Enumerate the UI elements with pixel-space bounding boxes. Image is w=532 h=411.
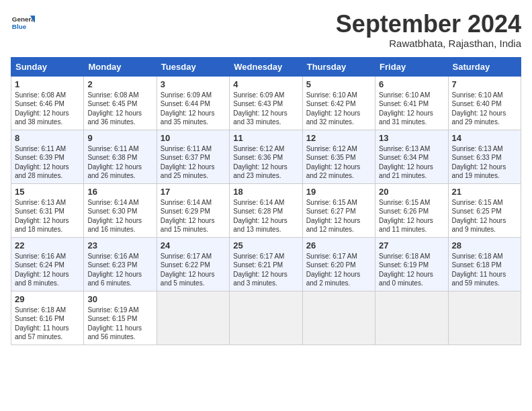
table-row bbox=[302, 291, 375, 345]
day-number: 11 bbox=[233, 133, 298, 143]
calendar-row: 22Sunrise: 6:16 AMSunset: 6:24 PMDayligh… bbox=[11, 237, 521, 291]
header-row: Sunday Monday Tuesday Wednesday Thursday… bbox=[11, 57, 521, 76]
page-header: General Blue September 2024 Rawatbhata, … bbox=[11, 11, 521, 49]
cell-info: Sunrise: 6:14 AMSunset: 6:30 PMDaylight:… bbox=[87, 199, 142, 234]
cell-info: Sunrise: 6:12 AMSunset: 6:35 PMDaylight:… bbox=[306, 145, 361, 180]
cell-info: Sunrise: 6:11 AMSunset: 6:38 PMDaylight:… bbox=[87, 145, 142, 180]
day-number: 26 bbox=[306, 240, 371, 250]
cell-info: Sunrise: 6:16 AMSunset: 6:24 PMDaylight:… bbox=[15, 253, 69, 287]
location-subtitle: Rawatbhata, Rajasthan, India bbox=[336, 38, 521, 49]
table-row: 14Sunrise: 6:13 AMSunset: 6:33 PMDayligh… bbox=[448, 130, 521, 183]
table-row: 7Sunrise: 6:10 AMSunset: 6:40 PMDaylight… bbox=[448, 76, 521, 130]
table-row: 10Sunrise: 6:11 AMSunset: 6:37 PMDayligh… bbox=[157, 130, 229, 183]
table-row bbox=[448, 291, 521, 345]
day-number: 16 bbox=[87, 187, 152, 197]
table-row: 18Sunrise: 6:14 AMSunset: 6:28 PMDayligh… bbox=[230, 183, 302, 237]
table-row: 4Sunrise: 6:09 AMSunset: 6:43 PMDaylight… bbox=[230, 76, 302, 130]
cell-info: Sunrise: 6:19 AMSunset: 6:15 PMDaylight:… bbox=[87, 306, 142, 341]
calendar-row: 29Sunrise: 6:18 AMSunset: 6:16 PMDayligh… bbox=[11, 291, 521, 345]
table-row: 26Sunrise: 6:17 AMSunset: 6:20 PMDayligh… bbox=[302, 237, 375, 291]
calendar-row: 15Sunrise: 6:13 AMSunset: 6:31 PMDayligh… bbox=[11, 183, 521, 237]
cell-info: Sunrise: 6:18 AMSunset: 6:18 PMDaylight:… bbox=[452, 253, 506, 287]
table-row: 1Sunrise: 6:08 AMSunset: 6:46 PMDaylight… bbox=[11, 76, 84, 130]
table-row: 20Sunrise: 6:15 AMSunset: 6:26 PMDayligh… bbox=[375, 183, 448, 237]
table-row: 24Sunrise: 6:17 AMSunset: 6:22 PMDayligh… bbox=[157, 237, 229, 291]
calendar-table: Sunday Monday Tuesday Wednesday Thursday… bbox=[11, 57, 521, 345]
table-row: 25Sunrise: 6:17 AMSunset: 6:21 PMDayligh… bbox=[230, 237, 302, 291]
cell-info: Sunrise: 6:13 AMSunset: 6:31 PMDaylight:… bbox=[15, 199, 69, 234]
table-row: 13Sunrise: 6:13 AMSunset: 6:34 PMDayligh… bbox=[375, 130, 448, 183]
table-row: 27Sunrise: 6:18 AMSunset: 6:19 PMDayligh… bbox=[375, 237, 448, 291]
day-number: 1 bbox=[15, 79, 80, 89]
day-number: 15 bbox=[15, 187, 80, 197]
table-row: 30Sunrise: 6:19 AMSunset: 6:15 PMDayligh… bbox=[84, 291, 157, 345]
table-row bbox=[230, 291, 302, 345]
day-number: 4 bbox=[233, 79, 298, 89]
col-wednesday: Wednesday bbox=[230, 57, 302, 76]
title-block: September 2024 Rawatbhata, Rajasthan, In… bbox=[336, 11, 521, 49]
day-number: 12 bbox=[306, 133, 371, 143]
day-number: 8 bbox=[15, 133, 80, 143]
col-saturday: Saturday bbox=[448, 57, 521, 76]
calendar-row: 1Sunrise: 6:08 AMSunset: 6:46 PMDaylight… bbox=[11, 76, 521, 130]
cell-info: Sunrise: 6:15 AMSunset: 6:25 PMDaylight:… bbox=[452, 199, 506, 234]
day-number: 13 bbox=[379, 133, 444, 143]
table-row: 29Sunrise: 6:18 AMSunset: 6:16 PMDayligh… bbox=[11, 291, 84, 345]
col-monday: Monday bbox=[84, 57, 157, 76]
day-number: 24 bbox=[161, 240, 226, 250]
svg-text:Blue: Blue bbox=[12, 23, 27, 30]
col-thursday: Thursday bbox=[302, 57, 375, 76]
table-row: 2Sunrise: 6:08 AMSunset: 6:45 PMDaylight… bbox=[84, 76, 157, 130]
table-row: 15Sunrise: 6:13 AMSunset: 6:31 PMDayligh… bbox=[11, 183, 84, 237]
cell-info: Sunrise: 6:15 AMSunset: 6:27 PMDaylight:… bbox=[306, 199, 361, 234]
cell-info: Sunrise: 6:15 AMSunset: 6:26 PMDaylight:… bbox=[379, 199, 433, 234]
table-row: 11Sunrise: 6:12 AMSunset: 6:36 PMDayligh… bbox=[230, 130, 302, 183]
day-number: 18 bbox=[233, 187, 298, 197]
table-row: 8Sunrise: 6:11 AMSunset: 6:39 PMDaylight… bbox=[11, 130, 84, 183]
col-sunday: Sunday bbox=[11, 57, 84, 76]
day-number: 6 bbox=[379, 79, 444, 89]
table-row: 28Sunrise: 6:18 AMSunset: 6:18 PMDayligh… bbox=[448, 237, 521, 291]
cell-info: Sunrise: 6:09 AMSunset: 6:43 PMDaylight:… bbox=[233, 91, 287, 126]
day-number: 19 bbox=[306, 187, 371, 197]
table-row bbox=[375, 291, 448, 345]
cell-info: Sunrise: 6:10 AMSunset: 6:40 PMDaylight:… bbox=[452, 91, 506, 126]
day-number: 27 bbox=[379, 240, 444, 250]
day-number: 17 bbox=[161, 187, 226, 197]
day-number: 22 bbox=[15, 240, 80, 250]
day-number: 28 bbox=[452, 240, 517, 250]
col-tuesday: Tuesday bbox=[157, 57, 229, 76]
cell-info: Sunrise: 6:10 AMSunset: 6:42 PMDaylight:… bbox=[306, 91, 361, 126]
cell-info: Sunrise: 6:14 AMSunset: 6:28 PMDaylight:… bbox=[233, 199, 287, 234]
calendar-row: 8Sunrise: 6:11 AMSunset: 6:39 PMDaylight… bbox=[11, 130, 521, 183]
day-number: 23 bbox=[87, 240, 152, 250]
cell-info: Sunrise: 6:12 AMSunset: 6:36 PMDaylight:… bbox=[233, 145, 287, 180]
cell-info: Sunrise: 6:11 AMSunset: 6:39 PMDaylight:… bbox=[15, 145, 69, 180]
cell-info: Sunrise: 6:08 AMSunset: 6:46 PMDaylight:… bbox=[15, 91, 69, 126]
table-row: 5Sunrise: 6:10 AMSunset: 6:42 PMDaylight… bbox=[302, 76, 375, 130]
day-number: 30 bbox=[87, 294, 152, 304]
table-row: 22Sunrise: 6:16 AMSunset: 6:24 PMDayligh… bbox=[11, 237, 84, 291]
table-row: 19Sunrise: 6:15 AMSunset: 6:27 PMDayligh… bbox=[302, 183, 375, 237]
cell-info: Sunrise: 6:13 AMSunset: 6:33 PMDaylight:… bbox=[452, 145, 506, 180]
day-number: 21 bbox=[452, 187, 517, 197]
logo: General Blue bbox=[11, 11, 35, 35]
cell-info: Sunrise: 6:17 AMSunset: 6:20 PMDaylight:… bbox=[306, 253, 361, 287]
cell-info: Sunrise: 6:17 AMSunset: 6:21 PMDaylight:… bbox=[233, 253, 287, 287]
month-title: September 2024 bbox=[336, 11, 521, 38]
day-number: 20 bbox=[379, 187, 444, 197]
table-row bbox=[157, 291, 229, 345]
table-row: 3Sunrise: 6:09 AMSunset: 6:44 PMDaylight… bbox=[157, 76, 229, 130]
day-number: 25 bbox=[233, 240, 298, 250]
day-number: 9 bbox=[87, 133, 152, 143]
day-number: 10 bbox=[161, 133, 226, 143]
day-number: 14 bbox=[452, 133, 517, 143]
table-row: 6Sunrise: 6:10 AMSunset: 6:41 PMDaylight… bbox=[375, 76, 448, 130]
table-row: 23Sunrise: 6:16 AMSunset: 6:23 PMDayligh… bbox=[84, 237, 157, 291]
day-number: 2 bbox=[87, 79, 152, 89]
cell-info: Sunrise: 6:18 AMSunset: 6:16 PMDaylight:… bbox=[15, 306, 69, 341]
cell-info: Sunrise: 6:09 AMSunset: 6:44 PMDaylight:… bbox=[161, 91, 215, 126]
cell-info: Sunrise: 6:18 AMSunset: 6:19 PMDaylight:… bbox=[379, 253, 433, 287]
table-row: 21Sunrise: 6:15 AMSunset: 6:25 PMDayligh… bbox=[448, 183, 521, 237]
table-row: 12Sunrise: 6:12 AMSunset: 6:35 PMDayligh… bbox=[302, 130, 375, 183]
